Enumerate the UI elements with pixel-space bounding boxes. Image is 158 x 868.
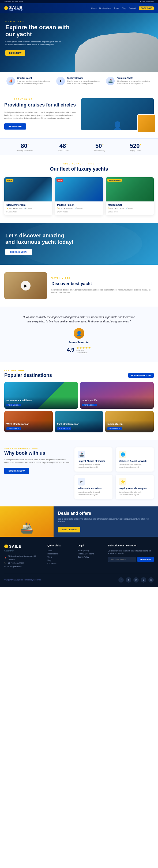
fleet-header: SPECIAL YACHT TRIPS Our fleet of luxury …	[4, 163, 154, 172]
tag-line	[4, 99, 12, 99]
footer-grid: SAILE YACHT TRIP 📍 91 Strandfloor Islev …	[4, 544, 154, 568]
deals-cta-button[interactable]: VIEW DETAILS	[58, 527, 80, 532]
footer-contact: 📍 91 Strandfloor Islev Søbreddevej 19, D…	[4, 554, 43, 568]
yacht-meta-0: 📏 4 Ft 🛏 3+ Cabins 🚿 2 Baths	[6, 207, 50, 209]
deals-section: 🚢 Deals and offers Sed ut perspiciatis u…	[0, 506, 158, 536]
facebook-icon[interactable]: f	[118, 577, 124, 583]
navbar: SAILE YACHT TRIP About Destinations Tour…	[0, 3, 158, 13]
yacht-meta-cabins-2: 🛏 4+ Cabins	[115, 207, 124, 209]
cta-banner-section: Let's discover amazing and luxurious yac…	[0, 223, 158, 265]
footer-link-tours[interactable]: Tours	[47, 556, 73, 558]
feature-premium: 🚢 Premium Yacht It is a long way to to c…	[104, 77, 154, 85]
footer-email: ✉ ✉ info@saile.com	[4, 565, 43, 568]
footer: SAILE YACHT TRIP 📍 91 Strandfloor Islev …	[0, 537, 158, 587]
why-booking-button[interactable]: BOOKING NOW	[4, 468, 29, 474]
why-item-title-1: Unbiased Global Network	[119, 460, 151, 462]
dest-card-east-med[interactable]: East Mediterranean READ MORE >	[55, 411, 103, 432]
nav-link-blog[interactable]: Blog	[122, 7, 126, 9]
why-item-0: 🚢 Largest Choice of Yachts Lorem ipsum d…	[74, 447, 113, 471]
about-section: ABOUT SAILE Providing cruises for all ci…	[0, 90, 158, 138]
yacht-badge-1: SALE	[56, 179, 63, 182]
nav-link-contact[interactable]: Contact	[128, 7, 136, 9]
newsletter-subscribe-button[interactable]: SUBSCRIBE	[137, 557, 154, 562]
newsletter-email-input[interactable]	[108, 557, 136, 562]
book-now-button[interactable]: BOOK NOW	[139, 6, 154, 10]
stat-clients-num: 520+	[130, 143, 142, 149]
nav-link-about[interactable]: About	[91, 7, 97, 9]
yacht-badge-2: MEDIUM CRUISE	[107, 179, 122, 182]
stat-boats-label: Types of boats	[58, 149, 69, 151]
pinterest-icon[interactable]: p	[148, 577, 154, 583]
person-silhouette: 👤	[113, 121, 122, 130]
footer-address: 📍 91 Strandfloor Islev Søbreddevej 19, D…	[4, 554, 43, 561]
footer-link-blog[interactable]: Blog	[47, 559, 73, 561]
yacht-card-0: MINOR Stad Amsterdam 📏 4 Ft 🛏 3+ Cabins …	[4, 177, 52, 215]
footer-copyright: © Copyright 2022 | Saile Template by Sch…	[4, 579, 41, 581]
destinations-section: EXPLORE Popular destinations MORE DESTIN…	[0, 362, 158, 440]
video-title: Discover best yacht	[51, 281, 154, 286]
yacht-image-2: MEDIUM CRUISE	[106, 177, 154, 202]
quality-title: Quality Service	[67, 77, 102, 80]
yacht-info-0: Stad Amsterdam 📏 4 Ft 🛏 3+ Cabins 🚿 2 Ba…	[4, 202, 52, 215]
feature-quality: ✦ Quality Service It is a long way to to…	[54, 77, 104, 85]
footer-link-cookies[interactable]: Cookie Policy	[78, 556, 104, 558]
premium-title: Premium Yacht	[117, 77, 152, 80]
footer-link-privacy[interactable]: Privacy Policy	[78, 550, 104, 552]
footer-legal-title: Legal	[78, 544, 104, 547]
social-icons: f t in ▶ p	[118, 577, 154, 583]
play-button[interactable]: ▶	[21, 281, 31, 290]
dest-read-more-indian[interactable]: READ MORE >	[107, 427, 122, 430]
deals-desc: Sed ut perspiciatis unde omnis iste natu…	[58, 518, 154, 523]
fleet-title: Our fleet of luxury yachts	[4, 166, 154, 172]
dest-name-pacific: South Pacific	[82, 399, 152, 402]
stat-destinations-num: 80+	[16, 143, 33, 149]
yacht-badge-0: MINOR	[6, 179, 13, 182]
yacht-image-0: MINOR	[4, 177, 52, 202]
dest-card-bahamas[interactable]: Bahamas & Caribbean READ MORE >	[4, 382, 78, 409]
nav-link-destinations[interactable]: Destinations	[100, 7, 111, 9]
footer-logo-sub: YACHT TRIP	[4, 550, 43, 552]
why-desc: Sed ut perspiciatis unde omnis iste natu…	[4, 458, 70, 464]
footer-link-destinations[interactable]: Destinations	[47, 553, 73, 555]
quality-desc: It is a long way to to consectetur adipi…	[67, 80, 102, 85]
address-icon: 📍	[4, 556, 6, 560]
stats-section: 80+ Amazing destinations 48+ Types of bo…	[0, 138, 158, 155]
hero-cta-button[interactable]: BOOK NOW	[5, 50, 25, 56]
dest-card-west-med[interactable]: West Mediterranean READ MORE >	[4, 411, 53, 432]
yacht-per-2: /week	[114, 211, 118, 213]
why-item-1: 🌐 Unbiased Global Network Lorem ipsum do…	[116, 447, 154, 471]
about-desc: Sed ut perspiciatis unde omnis iste natu…	[4, 111, 77, 120]
footer-link-about[interactable]: About	[47, 550, 73, 552]
youtube-icon[interactable]: ▶	[141, 577, 146, 583]
yacht-per-0: /week	[12, 211, 17, 213]
footer-link-contact[interactable]: Contact us	[47, 562, 73, 564]
stat-clients: 520+ Happy clients	[130, 143, 142, 151]
dest-label-west-med: West Mediterranean READ MORE >	[4, 421, 53, 432]
about-read-more-button[interactable]: READ MORE	[4, 123, 26, 129]
instagram-icon[interactable]: in	[133, 577, 139, 583]
cta-button[interactable]: BOOKING NOW >	[5, 249, 32, 255]
dest-name-east-med: East Mediterranean	[57, 423, 101, 426]
why-icon-0: 🚢	[78, 451, 85, 458]
about-small-image	[137, 114, 156, 133]
topbar-right: ✉ info@saile.com	[140, 1, 154, 3]
dest-name-indian: Indian Ocean	[107, 423, 152, 426]
dest-card-pacific[interactable]: South Pacific READ MORE >	[80, 382, 154, 409]
nav-link-tours[interactable]: Tours	[114, 7, 119, 9]
more-destinations-button[interactable]: MORE DESTINATIONS	[128, 373, 154, 378]
yacht-price-1: $4,800 /week	[57, 210, 101, 213]
footer-legal: Legal Privacy Policy Terms & Conditions …	[78, 544, 104, 568]
footer-newsletter-desc: Lorem ipsum dolor sit ament, consectetur…	[108, 550, 154, 555]
dest-read-more-pacific[interactable]: READ MORE >	[82, 404, 97, 406]
yacht-name-0: Stad Amsterdam	[6, 204, 50, 206]
hero-subtitle: Lorem ipsum dolor sit amet, consectetur …	[5, 40, 64, 46]
dest-read-more-bahamas[interactable]: READ MORE >	[6, 404, 21, 406]
dest-card-indian[interactable]: Indian Ocean READ MORE >	[105, 411, 154, 432]
dest-read-more-east-med[interactable]: READ MORE >	[57, 427, 72, 430]
twitter-icon[interactable]: t	[126, 577, 131, 583]
dest-read-more-west-med[interactable]: READ MORE >	[6, 427, 21, 430]
why-item-3: ⭐ Loyalty Rewards Program Lorem ipsum do…	[116, 475, 154, 499]
yacht-price-2: $5,000 /week	[108, 210, 152, 213]
rating-row: 4.9 ★★★★★ from your 285+ reviews	[5, 346, 153, 353]
footer-link-terms[interactable]: Terms & Conditions	[78, 553, 104, 555]
